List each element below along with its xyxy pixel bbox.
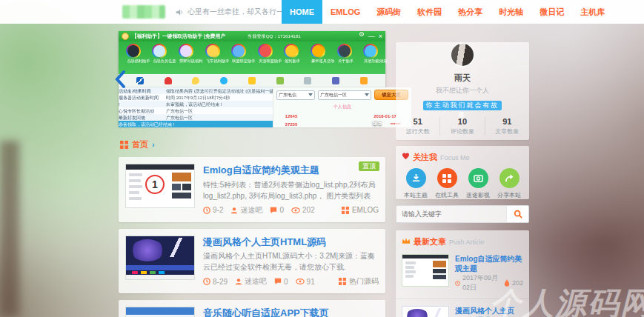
grid-icon [120,141,128,149]
topbar: 心里有一丝牵挂，却又各行一方安天涯 HOME EMLOG 源码街 软件园 热分享… [0,0,644,24]
profile-widget: 雨天 我不想让你一个人 你主动我们就会有故事 51运行天数 10评论数量 91文… [396,42,529,140]
breadcrumb-separator: › [152,140,155,149]
article-meta: 8-29 迷途吧 0 91 热门源码 [203,273,379,287]
sidebar: 雨天 我不想让你一个人 你主动我们就会有故事 51运行天数 10评论数量 91文… [396,31,529,317]
share-icon [505,173,514,183]
crown-icon [402,237,411,244]
latest-thumbnail[interactable] [402,306,449,317]
article-card: 置顶 1 Emlog自适应简约美观主题 特性:5种列表：普通2列表带侧边log_… [119,157,385,222]
focus-link-tools[interactable]: 在线工具 [434,168,460,199]
search-button[interactable] [506,206,528,222]
close-icon: × [379,31,382,41]
banner-content: 活动名/结果时间领取结果内容 (历选可打开指定活动地址 (仍显福利一键领)) 服… [119,87,385,127]
banner-tool-icon: 点战会员任选 [147,43,172,74]
grid-icon [339,278,346,285]
comment-icon [270,207,277,214]
banner-tool-icon: 其他功能须知 [358,43,383,74]
article-thumbnail[interactable]: 1 [125,164,195,208]
carousel-page-indicator: 5/5 [372,119,382,127]
search-input[interactable] [396,206,506,222]
speaker-icon [176,8,184,16]
banner-tool-icon: 荣耀对战福利 [173,43,199,74]
banner-activity-table: 活动名/结果时间领取结果内容 (历选可打开指定活动地址 (仍显福利一键领)) 服… [119,87,273,127]
article-comments[interactable]: 0 [270,206,284,214]
profile-name: 雨天 [396,73,529,84]
article-title[interactable]: 漫画风格个人主页HTML源码 [203,236,379,248]
profile-stats: 51运行天数 10评论数量 91文章数量 [396,117,529,136]
latest-item-meta: 2017年09月02日 202 [455,273,523,293]
banner-window-titlebar: 【福利助手】一键领取活动助手 |免费用户 当前登录QQ：171614181 — … [119,31,385,41]
clock-icon [203,207,210,214]
latest-thumbnail[interactable] [402,254,449,287]
latest-item-title[interactable]: Emlog自适应简约美观主题 [455,255,523,273]
carousel-prev-button[interactable] [113,70,127,89]
focus-link-movies[interactable]: 迷途影视 [465,168,491,199]
grid-icon [342,207,349,214]
focus-link-themes[interactable]: 本站主题 [402,168,429,199]
flame-icon [504,279,510,287]
article-thumbnail[interactable] [125,236,195,280]
banner-tool-icon: 联盟锁定助手 [226,43,251,74]
nav-item-software[interactable]: 软件园 [409,0,450,24]
article-excerpt: 漫画风格个人主页HTML源码大小：3.2M|来源：蓝奏云已经过安全软件检测无毒，… [203,250,379,273]
breadcrumb-home-link[interactable]: 首页 [132,139,148,150]
personal-info: 个人信息 126452018-01-17 37255****** [276,101,408,128]
nav-item-hot-share[interactable]: 热分享 [450,0,491,24]
article-title[interactable]: 音乐随心听自适应APP下载页 [203,307,379,317]
focus-link-share[interactable]: 分享本站 [496,168,522,199]
article-category[interactable]: 热门源码 [339,276,379,287]
nav-item-micro-diary[interactable]: 微日记 [531,0,572,24]
banner-app-icon [122,33,129,40]
banner-tool-icon: 关于助手 [332,43,357,74]
profile-action-button[interactable]: 你主动我们就会有故事 [423,101,502,110]
latest-item: 漫画风格个人主页HTML源码 2017年08月29日 91 [396,298,529,317]
user-icon [230,207,238,214]
banner-side-panel: 广东电信 广东电信一区 锁定大区 个人信息 126452018-01-17 37… [273,87,411,127]
server-select[interactable]: 广东电信一区 [318,90,371,100]
banner-icon-row: 点战福利助手 点战会员任选 荣耀对战福利 飞车福利助手 联盟锁定助手 页游联盟助… [119,41,385,74]
article-author[interactable]: 迷途吧 [235,276,267,287]
nav-item-home[interactable]: HOME [282,0,322,24]
article-meta: 9-2 迷途吧 0 202 EMLOG [203,201,379,216]
banner-carousel[interactable]: 【福利助手】一键领取活动助手 |免费用户 当前登录QQ：171614181 — … [119,31,385,126]
grid-icon [442,174,451,183]
user-icon [235,278,242,285]
focus-title: 关注我 [413,152,437,163]
page: 心里有一丝牵挂，却又各行一方安天涯 HOME EMLOG 源码街 软件园 热分享… [0,0,644,317]
focus-widget: 关注我 Focus Me 本站主题 在线工具 [396,146,529,199]
latest-item-title[interactable]: 漫画风格个人主页HTML源码 [455,307,523,317]
banner-toolbar [119,74,385,87]
article-author[interactable]: 迷途吧 [230,205,262,216]
banner-login-info: 当前登录QQ：171614181 [248,33,301,40]
region-select[interactable]: 广东电信 [276,90,315,100]
pinned-badge: 置顶 [359,161,379,171]
chevron-down-icon [308,93,313,96]
article-card: 漫画风格个人主页HTML源码 漫画风格个人主页HTML源码大小：3.2M|来源：… [119,229,385,294]
minimize-icon: — [368,31,375,41]
article-title[interactable]: Emlog自适应简约美观主题 [203,164,379,176]
eye-icon [291,207,300,214]
chevron-down-icon [365,93,369,96]
sidebar-search [396,205,529,223]
download-icon [411,173,421,183]
banner-window-title: 【福利助手】一键领取活动助手 |免费用户 [132,33,225,40]
article-comments[interactable]: 0 [274,278,288,286]
latest-articles-widget: 最新文章 Push Article Emlog自适应简约美观主题 2017年 [396,230,529,317]
nav-item-source-street[interactable]: 源码街 [368,0,409,24]
site-logo[interactable] [122,5,165,19]
nav-item-timeline[interactable]: 时光轴 [491,0,531,24]
nav-item-emlog[interactable]: EMLOG [322,0,368,24]
nav-item-host[interactable]: 主机库 [572,0,613,24]
article-thumbnail[interactable] [125,307,195,317]
banner-tool-icon: 页游联盟助手 [253,43,278,74]
article-category[interactable]: EMLOG [342,206,379,214]
clock-icon [203,278,210,285]
camera-icon [474,173,483,183]
banner-tool-icon: 飞车福利助手 [200,43,225,74]
latest-title: 最新文章 [414,236,446,247]
banner-tool-icon: 豪华道具活动 [305,43,331,74]
avatar[interactable] [450,42,475,67]
article-excerpt: 特性:5种列表：普通2列表带侧边log_list.php,2列布局log_lis… [203,179,379,201]
latest-item: Emlog自适应简约美观主题 2017年09月02日 202 [396,247,529,298]
clock-icon [455,280,460,287]
